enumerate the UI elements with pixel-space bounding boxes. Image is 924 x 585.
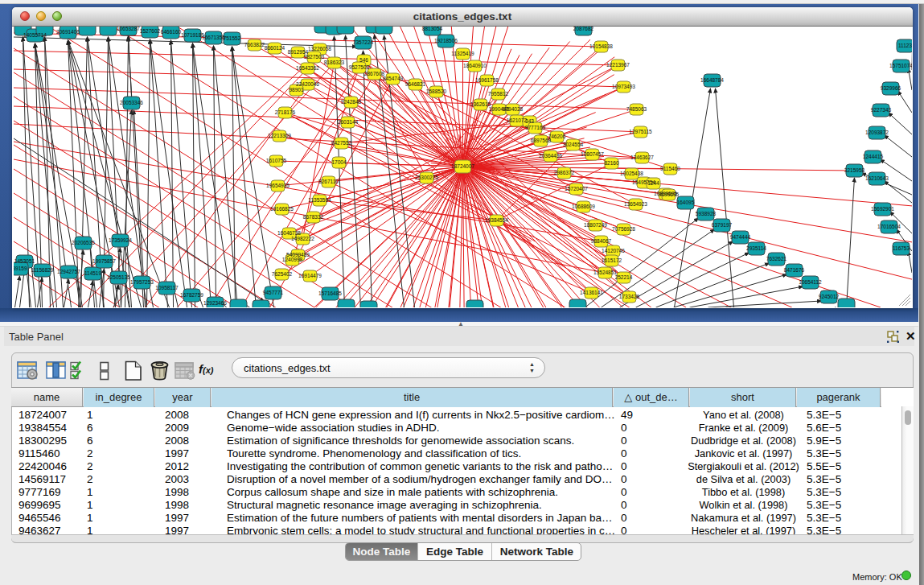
- svg-text:98901: 98901: [289, 87, 303, 93]
- svg-text:8660124: 8660124: [264, 45, 285, 51]
- svg-text:11123: 11123: [897, 43, 911, 48]
- svg-text:22420046: 22420046: [296, 81, 319, 87]
- svg-text:12505135: 12505135: [107, 274, 130, 280]
- svg-text:10154838: 10154838: [589, 43, 613, 49]
- svg-text:9646821: 9646821: [405, 81, 425, 87]
- svg-text:9699695: 9699695: [658, 192, 679, 197]
- svg-text:13226058: 13226058: [308, 46, 331, 51]
- svg-text:1615172: 1615172: [601, 257, 622, 263]
- svg-text:9457771: 9457771: [262, 290, 283, 295]
- svg-text:8471676: 8471676: [783, 267, 804, 273]
- svg-text:19654935: 19654935: [266, 183, 290, 188]
- svg-text:746206: 746206: [548, 134, 565, 139]
- svg-text:10807457: 10807457: [581, 151, 604, 157]
- svg-text:16671355: 16671355: [202, 35, 225, 40]
- svg-text:1733426: 1733426: [618, 294, 639, 299]
- svg-text:6794028: 6794028: [502, 106, 523, 112]
- svg-text:546: 546: [359, 57, 368, 63]
- svg-text:10654112: 10654112: [799, 279, 822, 285]
- svg-text:20364436: 20364436: [539, 153, 562, 159]
- svg-text:19384554: 19384554: [485, 217, 508, 223]
- svg-text:9474444: 9474444: [729, 234, 750, 240]
- svg-text:1621072: 1621072: [506, 117, 527, 123]
- svg-text:9827503: 9827503: [303, 54, 324, 60]
- svg-text:10653287: 10653287: [117, 27, 140, 31]
- svg-text:7632621: 7632621: [766, 256, 786, 262]
- svg-text:1610755: 1610755: [265, 158, 286, 163]
- svg-text:16782759: 16782759: [180, 292, 203, 298]
- svg-text:39159: 39159: [14, 266, 27, 271]
- svg-text:17016504: 17016504: [877, 224, 901, 229]
- svg-text:8427552: 8427552: [331, 140, 351, 146]
- svg-text:1240998: 1240998: [281, 257, 302, 262]
- svg-text:116753: 116753: [892, 245, 910, 251]
- svg-text:15716485: 15716485: [318, 290, 342, 296]
- svg-text:20206535: 20206535: [72, 240, 95, 245]
- svg-text:12975115: 12975115: [629, 129, 652, 134]
- svg-text:13524851: 13524851: [593, 270, 617, 275]
- svg-text:12213967: 12213967: [606, 62, 630, 68]
- svg-text:18640910: 18640910: [463, 63, 487, 68]
- svg-text:2986372: 2986372: [553, 170, 574, 175]
- svg-text:3215958: 3215958: [844, 167, 864, 173]
- svg-text:1453051: 1453051: [14, 258, 35, 264]
- svg-text:9527503: 9527503: [348, 64, 369, 70]
- svg-text:19975857: 19975857: [92, 258, 116, 264]
- svg-text:17004: 17004: [331, 159, 346, 165]
- svg-text:14982222: 14982222: [291, 236, 314, 241]
- svg-text:16648784: 16648784: [700, 77, 724, 83]
- svg-text:2867608: 2867608: [363, 71, 384, 76]
- svg-text:14055714: 14055714: [23, 32, 47, 38]
- svg-text:8267110: 8267110: [318, 179, 339, 184]
- svg-text:17359924: 17359924: [109, 237, 132, 243]
- svg-text:15692901: 15692901: [871, 206, 894, 212]
- svg-text:1244415: 1244415: [862, 154, 883, 159]
- svg-text:7485063: 7485063: [626, 106, 647, 112]
- svg-text:10973493: 10973493: [612, 84, 635, 89]
- svg-text:25300275: 25300275: [415, 175, 438, 180]
- svg-text:16961758: 16961758: [475, 77, 499, 83]
- svg-text:16914479: 16914479: [298, 273, 322, 278]
- svg-text:11156829: 11156829: [31, 267, 53, 273]
- svg-text:8186323: 8186323: [323, 60, 344, 65]
- svg-text:11325419: 11325419: [451, 51, 474, 56]
- svg-text:10958117: 10958117: [155, 285, 179, 290]
- svg-text:16210643: 16210643: [865, 175, 889, 181]
- svg-text:15751074: 15751074: [889, 63, 912, 68]
- svg-text:20691406: 20691406: [56, 29, 80, 35]
- svg-text:9245012: 9245012: [818, 294, 839, 299]
- svg-text:2935114: 2935114: [746, 245, 766, 251]
- svg-text:8678332: 8678332: [302, 214, 323, 220]
- svg-text:9777169: 9777169: [524, 125, 545, 130]
- svg-text:14120746: 14120746: [602, 248, 625, 253]
- svg-text:9329966: 9329966: [880, 85, 901, 91]
- svg-text:14136141: 14136141: [580, 290, 603, 295]
- svg-text:16046738: 16046738: [277, 230, 301, 236]
- svg-text:82160: 82160: [604, 160, 618, 166]
- svg-text:18807249: 18807249: [584, 222, 607, 228]
- svg-text:15720407: 15720407: [565, 186, 588, 192]
- svg-text:343: 343: [525, 118, 534, 124]
- svg-text:19166825: 19166825: [270, 206, 294, 212]
- svg-text:2718176: 2718176: [274, 109, 295, 115]
- svg-text:7663822: 7663822: [244, 42, 265, 47]
- svg-text:751552: 751552: [223, 35, 240, 41]
- svg-text:12942757: 12942757: [57, 269, 80, 274]
- svg-text:18724007: 18724007: [451, 163, 474, 169]
- svg-text:13463627: 13463627: [630, 154, 654, 160]
- svg-text:1588520: 1588520: [425, 89, 446, 94]
- svg-text:10719185: 10719185: [181, 32, 204, 38]
- svg-text:2603144: 2603144: [337, 119, 358, 125]
- svg-text:70756928: 70756928: [612, 226, 635, 232]
- svg-text:164095: 164095: [676, 200, 694, 205]
- svg-text:1362615: 1362615: [470, 101, 491, 107]
- svg-text:6466160: 6466160: [160, 29, 181, 35]
- svg-text:1244: 1244: [647, 180, 659, 186]
- svg-text:12093872: 12093872: [865, 130, 889, 135]
- svg-text:9884067: 9884067: [590, 238, 611, 244]
- svg-text:9227343: 9227343: [870, 107, 891, 113]
- svg-text:6379197: 6379197: [711, 222, 732, 228]
- svg-text:12923466: 12923466: [203, 300, 227, 306]
- svg-text:17957253: 17957253: [130, 279, 154, 285]
- svg-text:114519: 114519: [84, 270, 101, 276]
